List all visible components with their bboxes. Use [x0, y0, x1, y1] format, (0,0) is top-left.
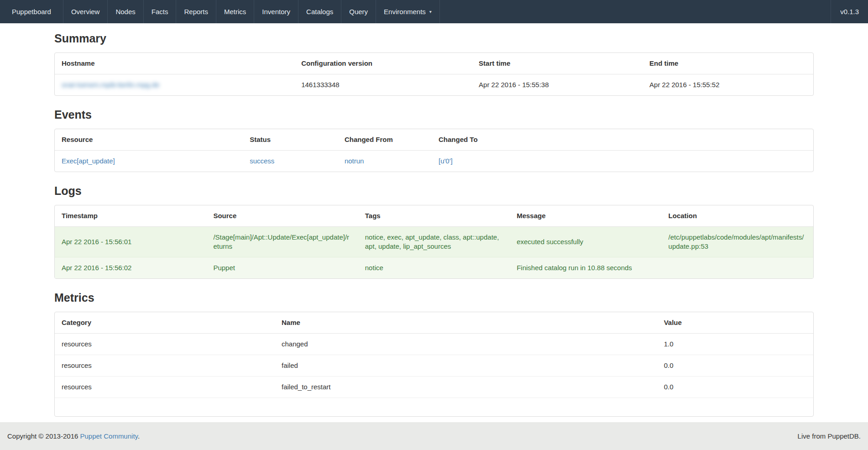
events-header-row: Resource Status Changed From Changed To [55, 129, 813, 151]
status-link[interactable]: success [250, 157, 274, 165]
metric-row: resources changed 1.0 [55, 334, 813, 355]
config-version-cell: 1461333348 [294, 74, 472, 96]
log-message-cell: Finished catalog run in 10.88 seconds [510, 257, 661, 279]
navbar-brand-puppetboard[interactable]: Puppetboard [0, 0, 63, 23]
summary-col-config-version: Configuration version [294, 53, 472, 74]
log-source-cell: Puppet [206, 257, 358, 279]
nav-label: Facts [152, 8, 168, 16]
nav-item-overview[interactable]: Overview [63, 0, 108, 23]
logs-col-tags: Tags [358, 205, 510, 227]
status-cell: success [243, 151, 338, 172]
main-content: Summary Hostname Configuration version S… [54, 32, 814, 417]
log-tags-cell: notice, exec, apt_update, class, apt::up… [358, 227, 510, 257]
nav-label: Inventory [262, 8, 290, 16]
metric-name-cell: failed_to_restart [275, 377, 657, 398]
logs-col-source: Source [206, 205, 358, 227]
log-tags-cell: notice [358, 257, 510, 279]
metric-category-cell: resources [55, 334, 275, 355]
log-source-cell: /Stage[main]/Apt::Update/Exec[apt_update… [206, 227, 358, 257]
copyright-prefix: Copyright © 2013-2016 [7, 432, 80, 440]
nav-item-facts[interactable]: Facts [144, 0, 177, 23]
metrics-panel: Category Name Value resources changed 1.… [54, 312, 814, 417]
metric-row: resources failed 0.0 [55, 355, 813, 377]
summary-panel: Hostname Configuration version Start tim… [54, 52, 814, 96]
log-location-cell [662, 257, 813, 279]
logs-panel: Timestamp Source Tags Message Location A… [54, 205, 814, 279]
metrics-col-name: Name [275, 312, 657, 334]
changed-from-link[interactable]: notrun [345, 157, 364, 165]
metric-value-cell: 1.0 [657, 334, 813, 355]
nav-item-catalogs[interactable]: Catalogs [298, 0, 341, 23]
metrics-header-row: Category Name Value [55, 312, 813, 334]
nav-label: Query [349, 8, 368, 16]
events-panel: Resource Status Changed From Changed To … [54, 129, 814, 172]
resource-cell: Exec[apt_update] [55, 151, 243, 172]
summary-row: snat-tserwm.mpib-berlin.mpg.de 146133334… [55, 74, 813, 96]
end-time-cell: Apr 22 2016 - 15:55:52 [643, 74, 813, 96]
event-row: Exec[apt_update] success notrun [u'0'] [55, 151, 813, 172]
events-col-status: Status [243, 129, 338, 151]
events-section-title: Events [54, 108, 814, 121]
nav-label: Reports [184, 8, 208, 16]
metric-name-cell: failed [275, 355, 657, 377]
events-col-changed-to: Changed To [432, 129, 813, 151]
summary-header-row: Hostname Configuration version Start tim… [55, 53, 813, 74]
nav-label: Catalogs [306, 8, 333, 16]
summary-col-start-time: Start time [472, 53, 643, 74]
metrics-col-category: Category [55, 312, 275, 334]
live-from-puppetdb-text: Live from PuppetDB. [798, 432, 861, 440]
nav-item-nodes[interactable]: Nodes [108, 0, 143, 23]
log-row: Apr 22 2016 - 15:56:01 /Stage[main]/Apt:… [55, 227, 813, 257]
metric-name-cell: changed [275, 334, 657, 355]
log-row: Apr 22 2016 - 15:56:02 Puppet notice Fin… [55, 257, 813, 279]
logs-col-message: Message [510, 205, 661, 227]
nav-item-metrics[interactable]: Metrics [216, 0, 254, 23]
nav-item-inventory[interactable]: Inventory [254, 0, 298, 23]
logs-col-location: Location [662, 205, 813, 227]
nav-label: Overview [71, 8, 100, 16]
environments-label: Environments [384, 8, 426, 16]
version-badge: v0.1.3 [831, 0, 868, 23]
log-timestamp-cell: Apr 22 2016 - 15:56:02 [55, 257, 206, 279]
logs-col-timestamp: Timestamp [55, 205, 206, 227]
log-location-cell: /etc/puppetlabs/code/modules/apt/manifes… [662, 227, 813, 257]
metrics-col-value: Value [657, 312, 813, 334]
logs-header-row: Timestamp Source Tags Message Location [55, 205, 813, 227]
chevron-down-icon: ▾ [429, 9, 432, 14]
metric-value-cell: 0.0 [657, 377, 813, 398]
summary-col-hostname: Hostname [55, 53, 294, 74]
log-message-cell: executed successfully [510, 227, 661, 257]
start-time-cell: Apr 22 2016 - 15:55:38 [472, 74, 643, 96]
summary-section-title: Summary [54, 32, 814, 45]
copyright-text: Copyright © 2013-2016 Puppet Community. [7, 432, 798, 440]
changed-to-cell: [u'0'] [432, 151, 813, 172]
metric-category-cell: resources [55, 377, 275, 398]
hostname-link[interactable]: snat-tserwm.mpib-berlin.mpg.de [62, 81, 159, 89]
navbar-spacer [440, 0, 831, 23]
copyright-suffix: . [138, 432, 140, 440]
puppet-community-link[interactable]: Puppet Community [80, 432, 138, 440]
nav-label: Metrics [224, 8, 246, 16]
environments-dropdown[interactable]: Environments ▾ [376, 0, 440, 23]
top-navbar: Puppetboard Overview Nodes Facts Reports… [0, 0, 868, 23]
events-col-resource: Resource [55, 129, 243, 151]
metric-category-cell: resources [55, 355, 275, 377]
resource-link[interactable]: Exec[apt_update] [62, 157, 115, 165]
summary-table: Hostname Configuration version Start tim… [55, 53, 813, 95]
logs-table: Timestamp Source Tags Message Location A… [55, 205, 813, 278]
hostname-cell: snat-tserwm.mpib-berlin.mpg.de [55, 74, 294, 96]
brand-label: Puppetboard [12, 8, 51, 16]
logs-section-title: Logs [54, 184, 814, 198]
metric-row: resources failed_to_restart 0.0 [55, 377, 813, 398]
events-table: Resource Status Changed From Changed To … [55, 129, 813, 172]
events-col-changed-from: Changed From [338, 129, 432, 151]
page-footer: Copyright © 2013-2016 Puppet Community. … [0, 422, 868, 450]
metrics-table: Category Name Value resources changed 1.… [55, 312, 813, 416]
changed-to-link[interactable]: [u'0'] [439, 157, 453, 165]
metric-row-clipped [55, 398, 813, 416]
nav-item-query[interactable]: Query [341, 0, 376, 23]
metric-value-cell: 0.0 [657, 355, 813, 377]
nav-item-reports[interactable]: Reports [176, 0, 216, 23]
summary-col-end-time: End time [643, 53, 813, 74]
metrics-section-title: Metrics [54, 291, 814, 304]
